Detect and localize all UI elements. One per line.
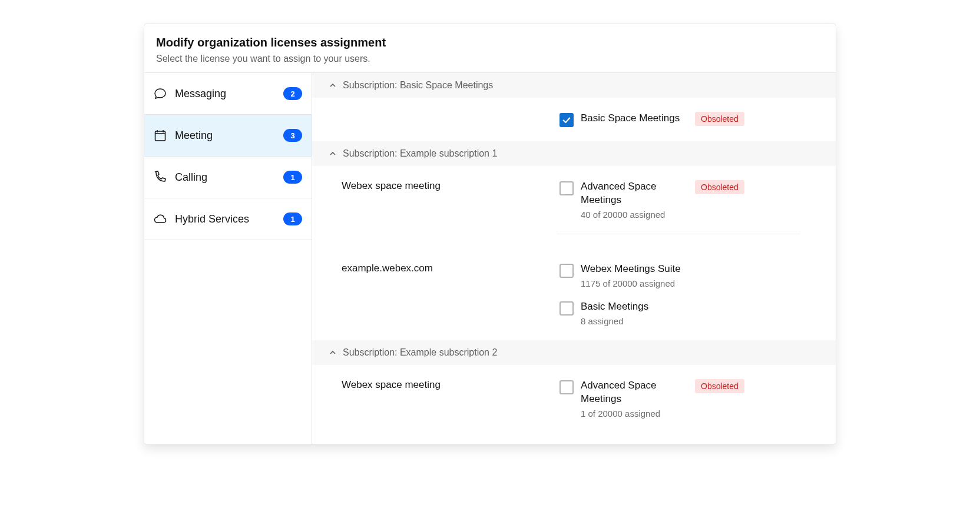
panel-title: Modify organization licenses assignment xyxy=(156,35,824,50)
count-badge: 1 xyxy=(283,212,302,225)
license-row xyxy=(557,234,800,248)
count-badge: 2 xyxy=(283,87,302,100)
checkbox-basic-space-meetings[interactable] xyxy=(559,113,574,127)
license-assigned-count: 40 of 20000 assigned xyxy=(581,210,689,220)
subscription-header-example-2[interactable]: Subscription: Example subscription 2 xyxy=(312,340,836,365)
license-option-label: Basic Meetings xyxy=(581,300,648,314)
license-assigned-count: 8 assigned xyxy=(581,316,648,326)
license-group-name: Webex space meeting xyxy=(342,180,554,192)
subscription-header-example-1[interactable]: Subscription: Example subscription 1 xyxy=(312,141,836,166)
checkbox-advanced-space-meetings[interactable] xyxy=(559,181,574,195)
license-assigned-count: 1 of 20000 assigned xyxy=(581,409,689,419)
calendar-icon xyxy=(153,128,168,143)
count-badge: 1 xyxy=(283,171,302,184)
sidebar-item-label: Calling xyxy=(168,171,283,184)
license-row: Webex space meeting Advanced Space Meeti… xyxy=(312,365,836,424)
content-area: Subscription: Basic Space Meetings Basic… xyxy=(312,73,836,444)
checkbox-basic-meetings[interactable] xyxy=(559,301,574,316)
license-option-label: Advanced Space Meetings xyxy=(581,180,689,207)
license-option-label: Webex Meetings Suite xyxy=(581,263,681,276)
chevron-up-icon xyxy=(329,348,337,357)
panel-subtitle: Select the license you want to assign to… xyxy=(156,54,824,64)
subscription-header-label: Subscription: Basic Space Meetings xyxy=(343,80,493,91)
sidebar-item-hybrid-services[interactable]: Hybrid Services 1 xyxy=(144,198,312,240)
license-group-name: example.webex.com xyxy=(342,263,554,274)
license-assigned-count: 1175 of 20000 assigned xyxy=(581,278,681,288)
checkbox-webex-meetings-suite[interactable] xyxy=(559,264,574,278)
license-row: example.webex.com Webex Meetings Suite 1… xyxy=(312,248,836,340)
license-group-name: Webex space meeting xyxy=(342,379,554,391)
sidebar-item-label: Messaging xyxy=(168,88,283,100)
svg-rect-0 xyxy=(155,131,165,141)
subscription-header-basic-space-meetings[interactable]: Subscription: Basic Space Meetings xyxy=(312,73,836,98)
count-badge: 3 xyxy=(283,129,302,142)
sidebar-item-label: Hybrid Services xyxy=(168,213,283,225)
subscription-header-label: Subscription: Example subscription 1 xyxy=(343,148,497,159)
panel-body: Messaging 2 Meeting 3 Calling 1 xyxy=(144,73,836,444)
panel-header: Modify organization licenses assignment … xyxy=(144,24,836,73)
sidebar-item-label: Meeting xyxy=(168,130,283,142)
sidebar-item-calling[interactable]: Calling 1 xyxy=(144,157,312,198)
license-option-label: Basic Space Meetings xyxy=(581,112,680,125)
cloud-icon xyxy=(153,211,168,227)
status-badge-obsoleted: Obsoleted xyxy=(695,180,744,194)
chat-bubble-icon xyxy=(153,86,168,101)
phone-icon xyxy=(153,170,168,185)
license-option-label: Advanced Space Meetings xyxy=(581,379,689,406)
subscription-header-label: Subscription: Example subscription 2 xyxy=(343,347,497,358)
status-badge-obsoleted: Obsoleted xyxy=(695,379,744,393)
license-assignment-panel: Modify organization licenses assignment … xyxy=(144,24,836,444)
status-badge-obsoleted: Obsoleted xyxy=(695,112,744,126)
license-row: Basic Space Meetings Obsoleted xyxy=(312,98,836,141)
chevron-up-icon xyxy=(329,150,337,158)
sidebar-item-messaging[interactable]: Messaging 2 xyxy=(144,73,312,115)
sidebar: Messaging 2 Meeting 3 Calling 1 xyxy=(144,73,312,444)
sidebar-item-meeting[interactable]: Meeting 3 xyxy=(144,115,312,157)
license-row: Webex space meeting Advanced Space Meeti… xyxy=(312,166,836,234)
chevron-up-icon xyxy=(329,81,337,89)
checkbox-advanced-space-meetings[interactable] xyxy=(559,380,574,394)
